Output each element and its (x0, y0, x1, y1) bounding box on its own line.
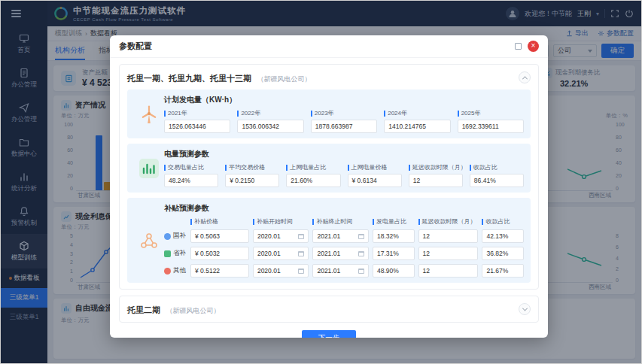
gen-field-2021: 2021年 1526.063446 (164, 109, 230, 133)
national-subsidy-icon (164, 233, 171, 240)
next-button[interactable]: 下一步 (302, 330, 357, 338)
national-gen-ratio-input[interactable]: 18.32% (373, 229, 415, 243)
other-collect-input[interactable]: 21.67% (482, 264, 524, 278)
close-icon[interactable]: × (528, 41, 539, 52)
green-chart-icon (134, 149, 164, 187)
calendar-icon (298, 234, 304, 239)
chevron-up-icon (522, 76, 527, 81)
gen-input-2021[interactable]: 1526.063446 (164, 120, 230, 133)
other-end-date[interactable]: 2021.01 (312, 264, 369, 278)
expand-button[interactable] (519, 303, 531, 315)
national-start-date[interactable]: 2020.01 (253, 229, 309, 243)
planned-generation-panel: 计划发电量（KW·h） 2021年 1526.063446 2022年 1536… (127, 89, 531, 138)
gen-field-2025: 2025年 1692.339611 (458, 109, 524, 133)
calendar-icon (298, 251, 304, 256)
gen-field-2024: 2024年 1410.214765 (384, 109, 450, 133)
trade-ratio-input[interactable]: 48.24% (164, 174, 218, 187)
row-label-provincial: 省补 (164, 249, 187, 258)
provincial-end-date[interactable]: 2021.01 (312, 247, 369, 260)
calendar-icon (358, 251, 364, 256)
other-start-date[interactable]: 2020.01 (253, 264, 309, 278)
national-delay-input[interactable]: 12 (418, 229, 479, 243)
provincial-subsidy-icon (164, 250, 171, 257)
provincial-collect-input[interactable]: 36.82% (482, 247, 524, 260)
gen-input-2024[interactable]: 1410.214765 (384, 120, 450, 133)
row-label-other: 其他 (164, 266, 187, 275)
provincial-delay-input[interactable]: 12 (418, 247, 479, 260)
panel-title: 电量预测参数 (164, 149, 524, 159)
provincial-price-input[interactable]: ¥ 0.5032 (190, 247, 249, 260)
modal-title: 参数配置 (119, 41, 152, 52)
chevron-down-icon (522, 305, 527, 311)
provincial-start-date[interactable]: 2020.01 (253, 247, 309, 260)
avg-price-input[interactable]: ¥ 0.2150 (225, 174, 279, 187)
modal-header: 参数配置 × (110, 35, 548, 58)
collection-ratio-input[interactable]: 86.41% (470, 174, 524, 187)
collapse-button[interactable] (519, 71, 531, 83)
param-config-modal: 参数配置 × 托里一期、托里九期、托里十三期 （新疆风电公司） (110, 35, 548, 338)
plant-section-2: 托里二期 （新疆风电公司） (119, 296, 539, 323)
section-subtitle: （新疆风电公司） (257, 75, 311, 83)
calendar-icon (358, 268, 364, 274)
national-end-date[interactable]: 2021.01 (312, 229, 369, 243)
network-nodes-icon (134, 203, 164, 278)
other-price-input[interactable]: ¥ 0.5122 (190, 264, 249, 278)
other-subsidy-icon (164, 268, 171, 275)
calendar-icon (298, 268, 304, 274)
power-forecast-panel: 电量预测参数 交易电量占比 48.24% 平均交易价格 ¥ 0.2150 (127, 144, 531, 193)
grid-ratio-input[interactable]: 21.60% (286, 174, 340, 187)
delay-months-field: 延迟收款时限（月） 12 (409, 163, 463, 187)
resize-icon[interactable] (515, 43, 522, 50)
modal-body: 托里一期、托里九期、托里十三期 （新疆风电公司） 计划发电量（KW·h） (110, 58, 548, 338)
avg-price-field: 平均交易价格 ¥ 0.2150 (225, 163, 279, 187)
panel-title: 补贴预测参数 (164, 203, 524, 214)
grid-ratio-field: 上网电量占比 21.60% (286, 163, 340, 187)
grid-price-input[interactable]: ¥ 0.6134 (348, 174, 402, 187)
gen-field-2022: 2022年 1536.006342 (237, 109, 303, 133)
wind-turbine-icon (134, 95, 164, 133)
section-title: 托里二期 (127, 305, 160, 314)
app-root: 首页 办公管理 办公管理 数据中心 统计分析 预警机制 模型训练 数据看板 (0, 0, 642, 364)
section-subtitle: （新疆风电公司） (166, 307, 220, 314)
panel-title: 计划发电量（KW·h） (164, 95, 524, 105)
plant-section-1: 托里一期、托里九期、托里十三期 （新疆风电公司） 计划发电量（KW·h） (119, 64, 539, 290)
row-label-national: 国补 (164, 232, 187, 241)
collection-ratio-field: 收款占比 86.41% (470, 163, 524, 187)
modal-overlay: 参数配置 × 托里一期、托里九期、托里十三期 （新疆风电公司） (1, 1, 641, 363)
provincial-gen-ratio-input[interactable]: 17.31% (373, 247, 415, 260)
calendar-icon (358, 234, 364, 239)
gen-input-2022[interactable]: 1536.006342 (237, 120, 303, 133)
national-price-input[interactable]: ¥ 0.5063 (190, 229, 249, 243)
national-collect-input[interactable]: 42.13% (482, 229, 524, 243)
delay-months-input[interactable]: 12 (409, 174, 463, 187)
gen-input-2025[interactable]: 1692.339611 (458, 120, 524, 133)
gen-input-2023[interactable]: 1878.663987 (311, 120, 377, 133)
other-delay-input[interactable]: 12 (418, 264, 479, 278)
other-gen-ratio-input[interactable]: 48.90% (373, 264, 415, 278)
grid-price-field: 上网电量价格 ¥ 0.6134 (348, 163, 402, 187)
gen-field-2023: 2023年 1878.663987 (311, 109, 377, 133)
subsidy-forecast-panel: 补贴预测参数 补贴价格 补贴开始时间 补贴终止时间 发电量占比 延迟收款时限（月… (127, 198, 531, 283)
trade-ratio-field: 交易电量占比 48.24% (164, 163, 218, 187)
section-title: 托里一期、托里九期、托里十三期 (127, 74, 251, 83)
